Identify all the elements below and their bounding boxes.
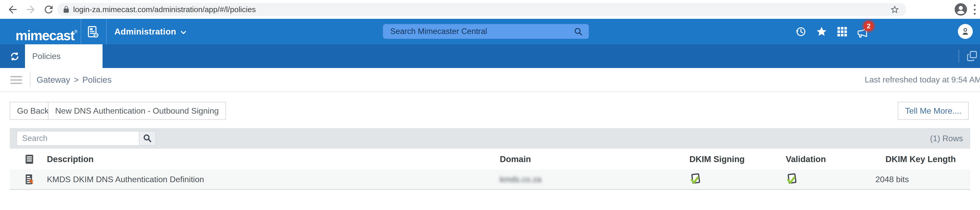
column-header-description[interactable]: Description: [47, 149, 94, 170]
table-search: [16, 131, 156, 146]
tabbar-divider: [959, 50, 959, 62]
row-domain-redacted: kmds.co.za: [500, 170, 541, 189]
rows-count-label: (1) Rows: [930, 128, 963, 149]
tell-me-more-button[interactable]: Tell Me More....: [898, 102, 969, 120]
breadcrumb-gateway[interactable]: Gateway: [37, 75, 70, 84]
dns-definition-icon: [24, 173, 35, 185]
breadcrumb-separator: >: [74, 75, 79, 84]
breadcrumb-policies[interactable]: Policies: [83, 75, 112, 84]
table-row[interactable]: KMDS DKIM DNS Authentication Definition …: [10, 170, 970, 190]
description-column-icon: [24, 154, 35, 165]
search-icon[interactable]: [574, 27, 583, 36]
bookmark-star-icon[interactable]: [890, 5, 900, 14]
search-icon: [143, 134, 152, 143]
breadcrumb-divider: [30, 72, 30, 87]
row-dkim-key-length: 2048 bits: [875, 170, 909, 189]
notification-badge[interactable]: 2: [864, 21, 874, 31]
mimecast-admin-policies-screen: login-za.mimecast.com/administration/app…: [0, 0, 980, 210]
column-header-dkim-key-length[interactable]: DKIM Key Length: [885, 149, 956, 170]
chevron-down-icon: [180, 29, 187, 36]
column-header-domain[interactable]: Domain: [500, 149, 531, 170]
nav-divider: [106, 19, 107, 44]
url-text[interactable]: login-za.mimecast.com/administration/app…: [73, 3, 256, 16]
column-header-dkim-signing[interactable]: DKIM Signing: [689, 149, 745, 170]
table-search-button[interactable]: [139, 131, 156, 146]
breadcrumb-row: Gateway>Policies Last refreshed today at…: [0, 68, 980, 92]
person-icon: [961, 27, 970, 36]
global-search-input[interactable]: [390, 24, 568, 39]
tab-bar: Policies: [0, 44, 980, 68]
refresh-icon[interactable]: [9, 51, 20, 62]
admin-console-icon[interactable]: [87, 25, 99, 38]
browser-forward-icon[interactable]: [25, 3, 37, 16]
administration-menu[interactable]: Administration: [115, 19, 187, 44]
dkim-signing-check-icon: [689, 173, 702, 186]
account-avatar[interactable]: [958, 24, 973, 39]
new-dns-authentication-button[interactable]: New DNS Authentication - Outbound Signin…: [48, 102, 226, 120]
menu-hamburger-icon[interactable]: [10, 76, 22, 84]
breadcrumb: Gateway>Policies: [37, 68, 111, 91]
administration-menu-label: Administration: [115, 27, 176, 37]
tab-policies[interactable]: Policies: [25, 44, 103, 68]
browser-back-icon[interactable]: [7, 3, 19, 16]
browser-profile-icon[interactable]: [954, 2, 968, 16]
history-icon[interactable]: [795, 26, 807, 37]
mimecast-logo[interactable]: mimecast®: [16, 19, 78, 48]
row-description: KMDS DKIM DNS Authentication Definition: [47, 170, 204, 189]
column-header-validation[interactable]: Validation: [786, 149, 826, 170]
table-search-input[interactable]: [16, 131, 139, 146]
browser-chrome: login-za.mimecast.com/administration/app…: [0, 0, 980, 19]
popout-window-icon[interactable]: [966, 50, 978, 62]
table-toolbar: (1) Rows: [10, 128, 970, 149]
address-bar[interactable]: login-za.mimecast.com/administration/app…: [57, 3, 906, 16]
tab-policies-label: Policies: [32, 44, 60, 68]
https-lock-icon: [62, 6, 70, 13]
browser-reload-icon[interactable]: [43, 3, 55, 16]
apps-grid-icon[interactable]: [837, 26, 848, 37]
validation-check-icon: [785, 173, 798, 186]
favorites-star-icon[interactable]: [816, 26, 827, 37]
last-refreshed-label: Last refreshed today at 9:54 AM: [865, 68, 980, 91]
browser-menu-icon[interactable]: [973, 5, 976, 15]
global-search: [383, 24, 589, 39]
table-header: Description Domain DKIM Signing Validati…: [10, 149, 970, 170]
mimecast-nav-bar: mimecast® Administration: [0, 19, 980, 44]
nav-divider: [81, 19, 81, 44]
